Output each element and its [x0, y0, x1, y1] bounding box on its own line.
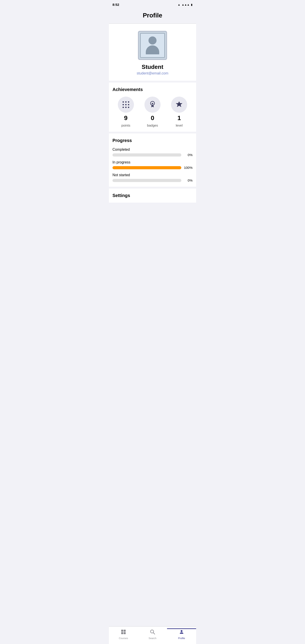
settings-title: Settings: [112, 193, 192, 198]
signal-icon: ▲▲▲: [182, 3, 190, 6]
in-progress-percent: 100%: [184, 166, 192, 170]
points-icon: [118, 96, 134, 113]
level-icon: [171, 96, 187, 113]
completed-percent: 0%: [184, 153, 192, 157]
not-started-bar-container: 0%: [112, 178, 192, 182]
svg-rect-15: [121, 630, 123, 632]
page-header: Profile: [109, 8, 196, 24]
svg-line-20: [154, 633, 155, 634]
not-started-bar-track: [112, 179, 181, 182]
avatar-inner: [140, 33, 165, 58]
svg-point-3: [122, 104, 124, 105]
svg-point-7: [125, 107, 126, 108]
not-started-percent: 0%: [184, 178, 192, 182]
progress-not-started: Not started 0%: [112, 173, 192, 182]
courses-label: Courses: [119, 637, 128, 640]
completed-bar-track: [112, 154, 181, 156]
battery-icon: ▮: [191, 3, 192, 6]
completed-bar-container: 0%: [112, 153, 192, 157]
profile-icon: [179, 629, 184, 636]
progress-section: Progress Completed 0% In progress 100%: [109, 134, 196, 187]
search-icon: [150, 629, 155, 636]
progress-completed: Completed 0%: [112, 148, 192, 157]
avatar-container[interactable]: [138, 31, 167, 60]
completed-label: Completed: [112, 148, 192, 152]
bottom-navigation: Courses Search Profile: [109, 626, 196, 644]
achievements-title: Achievements: [112, 87, 192, 92]
points-label: points: [122, 124, 130, 127]
user-name: Student: [142, 64, 164, 70]
nav-search[interactable]: Search: [138, 628, 167, 640]
achievement-badges: 0 badges: [144, 96, 160, 127]
progress-in-progress: In progress 100%: [112, 160, 192, 170]
badges-icon: [144, 96, 160, 113]
wifi-icon: ▲: [178, 3, 180, 6]
avatar-section: Student student@email.com: [109, 24, 196, 81]
svg-marker-13: [176, 102, 182, 107]
progress-title: Progress: [112, 138, 192, 143]
settings-section: Settings: [109, 188, 196, 202]
user-email: student@email.com: [136, 71, 168, 75]
badges-label: badges: [147, 124, 158, 127]
achievements-section: Achievements 9: [109, 82, 196, 132]
courses-icon: [121, 629, 126, 636]
achievement-level: 1 level: [171, 96, 187, 127]
svg-point-6: [122, 107, 124, 108]
status-icons: ▲ ▲▲▲ ▮: [178, 3, 192, 6]
svg-point-0: [122, 101, 124, 103]
level-count: 1: [178, 114, 181, 122]
svg-point-21: [181, 630, 182, 632]
svg-point-1: [125, 101, 126, 103]
svg-marker-12: [151, 106, 154, 107]
level-label: level: [176, 124, 183, 127]
badges-count: 0: [151, 114, 154, 122]
achievements-grid: 9 points 0 badges: [112, 96, 192, 127]
svg-point-4: [125, 104, 126, 105]
avatar-figure: [146, 36, 159, 54]
svg-rect-17: [121, 632, 123, 634]
nav-profile[interactable]: Profile: [167, 628, 196, 640]
points-count: 9: [124, 114, 128, 122]
profile-label: Profile: [178, 637, 185, 640]
in-progress-bar-track: [112, 166, 181, 169]
avatar-head: [148, 36, 156, 44]
in-progress-label: In progress: [112, 160, 192, 164]
nav-courses[interactable]: Courses: [109, 628, 138, 640]
svg-rect-16: [124, 630, 126, 632]
avatar-body: [146, 46, 159, 54]
page-title: Profile: [112, 12, 192, 19]
svg-rect-11: [152, 105, 154, 106]
svg-marker-10: [152, 102, 154, 105]
main-content: Student student@email.com Achievements: [109, 24, 196, 644]
svg-rect-18: [124, 632, 126, 634]
svg-point-2: [128, 101, 129, 103]
svg-point-5: [128, 104, 129, 105]
status-bar: 8:52 ▲ ▲▲▲ ▮: [109, 0, 196, 8]
in-progress-bar-fill: [112, 166, 181, 169]
search-label: Search: [149, 637, 156, 640]
progress-items: Completed 0% In progress 100%: [112, 148, 192, 182]
not-started-label: Not started: [112, 173, 192, 177]
achievement-points: 9 points: [118, 96, 134, 127]
in-progress-bar-container: 100%: [112, 166, 192, 170]
svg-point-8: [128, 107, 129, 108]
status-time: 8:52: [112, 3, 119, 6]
